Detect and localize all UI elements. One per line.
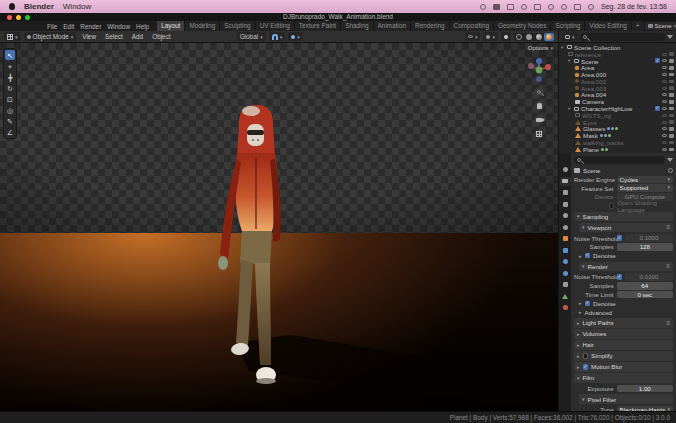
outliner-row-glasses[interactable]: Glasses [561, 126, 674, 133]
render-samples-field[interactable]: 64 [617, 282, 673, 290]
tab-animation[interactable]: Animation [374, 21, 411, 31]
options-dropdown[interactable]: Options▾ [528, 45, 553, 51]
close-window-button[interactable] [7, 15, 12, 20]
help-menu[interactable]: Help [133, 23, 152, 30]
render-visibility-icon[interactable] [669, 141, 674, 145]
viewport-panel-header[interactable]: ▾Viewport ≡ [579, 223, 673, 233]
mode-dropdown[interactable]: Object Mode ▾ [24, 32, 77, 41]
shading-rendered-button[interactable] [544, 33, 554, 41]
render-visibility-icon[interactable] [669, 134, 674, 138]
transform-tool[interactable]: ◎ [5, 105, 15, 115]
menubar-clock[interactable]: Seg. 28 de fev. 13:58 [601, 3, 667, 10]
hide-icon[interactable] [662, 114, 667, 117]
render-denoise-label[interactable]: Denoise [593, 300, 616, 307]
shading-solid-button[interactable] [524, 33, 534, 41]
render-visibility-icon[interactable] [669, 59, 674, 63]
display-icon[interactable] [574, 4, 581, 10]
viewport-noise-field[interactable]: 0.1000 [625, 234, 673, 242]
scene-selector[interactable]: Scene × [645, 22, 676, 30]
motion-blur-section-header[interactable]: ▸ ✓ Motion Blur [574, 362, 673, 372]
tab-material[interactable] [560, 303, 571, 312]
zoom-view-button[interactable] [534, 87, 544, 97]
wifi-icon[interactable] [548, 4, 554, 10]
volumes-section-header[interactable]: ▸Volumes [574, 329, 673, 339]
tab-view-layer[interactable] [560, 200, 571, 209]
viewport-denoise-label[interactable]: Denoise [593, 252, 616, 259]
add-workspace-button[interactable]: + [632, 21, 645, 31]
render-panel-header[interactable]: ▾Render ≡ [579, 262, 673, 272]
volume-icon[interactable] [507, 4, 514, 10]
render-visibility-icon[interactable] [669, 52, 674, 56]
outliner-row-eyes[interactable]: Eyes [561, 119, 674, 126]
bluetooth-icon[interactable] [521, 4, 527, 10]
tab-scene[interactable] [560, 211, 571, 220]
tab-object-data[interactable] [560, 292, 571, 301]
render-visibility-icon[interactable] [669, 148, 674, 152]
render-visibility-icon[interactable] [669, 73, 674, 77]
tab-object[interactable] [560, 234, 571, 243]
hide-icon[interactable] [662, 80, 667, 83]
annotate-tool[interactable]: ✎ [5, 116, 15, 126]
sampling-section-header[interactable]: ▾Sampling [574, 212, 673, 222]
tab-physics[interactable] [560, 269, 571, 278]
hide-icon[interactable] [662, 59, 667, 62]
collection-checkbox[interactable]: ✓ [655, 106, 660, 111]
hide-icon[interactable] [662, 87, 667, 90]
render-visibility-icon[interactable] [669, 107, 674, 111]
select-menu[interactable]: Select [102, 33, 126, 40]
osl-checkbox[interactable] [609, 203, 615, 209]
outliner-row-plane[interactable]: Plane [561, 146, 674, 153]
shape-status-icon[interactable] [480, 4, 486, 10]
proportional-editing-toggle[interactable]: ▾ [288, 32, 303, 41]
tab-modeling[interactable]: Modeling [185, 21, 220, 31]
tab-output[interactable] [560, 188, 571, 197]
hide-icon[interactable] [662, 127, 667, 130]
3d-viewport[interactable]: ↖ ⌖ ╋ ↻ ⊡ ◎ ✎ ∠ Options▾ [0, 43, 558, 411]
outliner-display-mode-dropdown[interactable]: ▾ [562, 32, 578, 41]
tab-layout[interactable]: Layout [157, 21, 185, 31]
overlays-toggle[interactable]: ▾ [483, 32, 498, 41]
add-menu[interactable]: Add [129, 33, 146, 40]
feature-set-dropdown[interactable]: Supported▾ [617, 184, 673, 192]
tab-geometry-nodes[interactable]: Geometry Nodes [494, 21, 551, 31]
tab-sculpting[interactable]: Sculpting [220, 21, 255, 31]
tab-render-properties[interactable] [560, 177, 571, 186]
tab-compositing[interactable]: Compositing [450, 21, 495, 31]
cursor-tool[interactable]: ⌖ [5, 61, 15, 71]
render-visibility-icon[interactable] [669, 120, 674, 124]
hide-icon[interactable] [662, 53, 667, 56]
tab-constraints[interactable] [560, 280, 571, 289]
viewport-denoise-checkbox[interactable]: ✓ [585, 253, 591, 259]
exposure-field[interactable]: 1.00 [617, 385, 673, 393]
control-center-icon[interactable] [588, 4, 594, 10]
hide-icon[interactable] [662, 148, 667, 151]
scale-tool[interactable]: ⊡ [5, 94, 15, 104]
tab-particles[interactable] [560, 257, 571, 266]
tab-tool[interactable] [560, 165, 571, 174]
viewport-noise-checkbox[interactable]: ✓ [617, 235, 623, 241]
apple-menu-icon[interactable] [9, 3, 15, 10]
tab-shading[interactable]: Shading [341, 21, 373, 31]
move-tool[interactable]: ╋ [5, 72, 15, 82]
properties-filter-icon[interactable] [667, 158, 673, 162]
outliner-row-area-004[interactable]: Area.004 [561, 92, 674, 99]
select-box-tool[interactable]: ↖ [5, 50, 15, 60]
pin-icon[interactable] [668, 168, 673, 173]
battery-icon[interactable] [534, 4, 541, 10]
window-menu-blender[interactable]: Window [104, 23, 133, 30]
view-menu[interactable]: View [79, 33, 99, 40]
hair-section-header[interactable]: ▸Hair [574, 340, 673, 350]
hide-icon[interactable] [662, 100, 667, 103]
spotlight-search-icon[interactable] [561, 4, 567, 10]
outliner-row-reference[interactable]: reference [561, 51, 674, 58]
render-noise-field[interactable]: 0.0100 [625, 273, 673, 281]
render-menu[interactable]: Render [77, 23, 104, 30]
tab-texture-paint[interactable]: Texture Paint [295, 21, 341, 31]
render-visibility-icon[interactable] [669, 80, 674, 84]
render-denoise-checkbox[interactable]: ✓ [585, 301, 591, 307]
move-view-button[interactable] [534, 101, 544, 111]
render-visibility-icon[interactable] [669, 66, 674, 70]
pixel-filter-panel-header[interactable]: ▾Pixel Filter [579, 394, 673, 404]
rotate-tool[interactable]: ↻ [5, 83, 15, 93]
hide-icon[interactable] [662, 141, 667, 144]
